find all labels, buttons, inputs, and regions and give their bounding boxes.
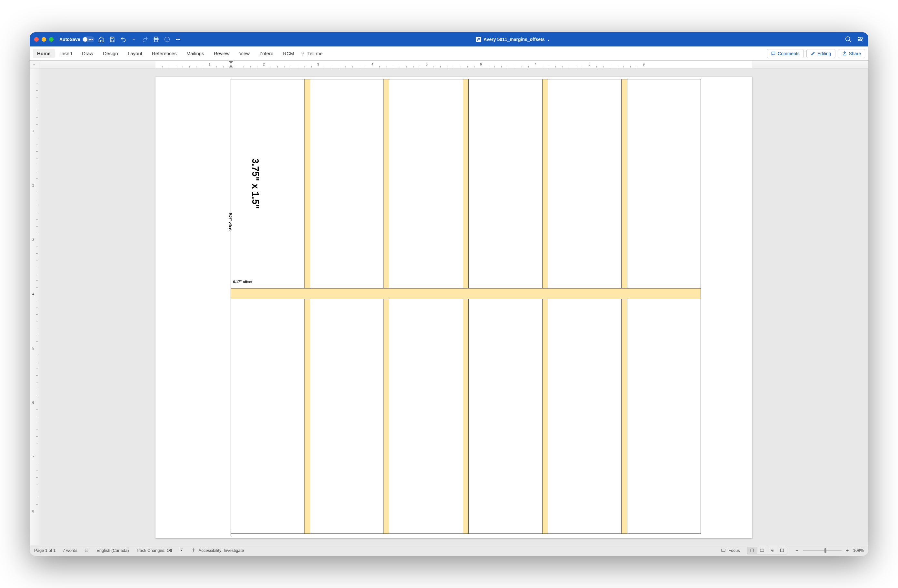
label-cell-1-6[interactable] [627,79,701,288]
comments-label: Comments [778,51,800,56]
tab-references[interactable]: References [148,49,181,58]
label-cell-2-3[interactable] [389,299,463,533]
tell-me-search[interactable]: Tell me [300,51,323,56]
label-cell-2-6[interactable] [627,299,701,533]
svg-rect-11 [85,549,88,552]
label-cell-1-1[interactable]: 3.75" x 1.5" 0.07" offset 0.17" offset [231,79,304,288]
svg-point-7 [858,37,860,39]
status-words[interactable]: 7 words [63,548,78,553]
search-icon[interactable] [844,35,852,43]
zoom-in-button[interactable]: + [845,548,850,554]
ribbon-tab-list: Home Insert Draw Design Layout Reference… [33,49,298,58]
column-gap-3 [463,79,469,288]
svg-point-4 [177,39,178,40]
zoom-slider[interactable] [803,550,841,551]
maximize-window-button[interactable] [49,37,54,42]
tab-insert[interactable]: Insert [56,49,77,58]
share-label: Share [849,51,861,56]
column-gap-5 [621,79,627,288]
label-cell-2-5[interactable] [548,299,621,533]
status-macro-icon[interactable] [179,548,184,553]
close-window-button[interactable] [34,37,39,42]
label-row-2 [231,299,701,533]
zoom-controls: − + 108% [795,548,864,554]
svg-point-9 [301,52,304,54]
more-icon[interactable] [174,36,181,43]
svg-rect-1 [154,40,158,42]
svg-point-13 [181,550,182,551]
view-web-layout[interactable] [757,547,767,554]
status-page[interactable]: Page 1 of 1 [34,548,56,553]
workspace: ⌐ 123456789 12345678 3.75" x 1.5" 0.07" … [30,61,868,545]
text-cursor [231,531,231,536]
label-cell-1-4[interactable] [469,79,542,288]
tab-review[interactable]: Review [210,49,234,58]
canvas-scroll[interactable]: 3.75" x 1.5" 0.07" offset 0.17" offset [39,68,868,545]
column-gap-4b [543,299,548,533]
editing-label: Editing [817,51,831,56]
svg-point-10 [303,55,303,55]
zoom-out-button[interactable]: − [795,548,800,554]
undo-chevron-icon[interactable]: ▾ [131,36,138,43]
label-cell-1-5[interactable] [548,79,621,288]
vertical-offset-text: 0.07" offset [229,213,232,231]
status-accessibility[interactable]: Accessibility: Investigate [191,548,244,553]
status-track-changes[interactable]: Track Changes: Off [136,548,172,553]
ruler-corner: ⌐ [30,61,39,68]
tab-rcm[interactable]: RCM [279,49,298,58]
view-draft[interactable] [777,547,787,554]
tab-layout[interactable]: Layout [123,49,146,58]
status-accessibility-text: Accessibility: Investigate [198,548,244,553]
column-gap-1b [304,299,310,533]
label-cell-1-2[interactable] [310,79,384,288]
zoom-value[interactable]: 108% [853,548,864,553]
tab-mailings[interactable]: Mailings [182,49,208,58]
zoom-thumb[interactable] [824,548,826,553]
tab-home[interactable]: Home [33,49,55,58]
focus-mode-button[interactable]: Focus [721,548,740,553]
view-outline[interactable] [767,547,777,554]
minimize-window-button[interactable] [42,37,46,42]
document-canvas: 3.75" x 1.5" 0.07" offset 0.17" offset [39,68,868,545]
tab-draw[interactable]: Draw [78,49,97,58]
share-button[interactable]: Share [838,49,865,58]
home-icon[interactable] [98,36,105,43]
save-icon[interactable] [109,36,116,43]
redo-icon[interactable] [141,36,149,43]
undo-icon[interactable] [120,36,127,43]
label-cell-2-2[interactable] [310,299,384,533]
column-gap-5b [621,299,627,533]
autosave-label: AutoSave [59,37,80,42]
autosave-switch[interactable]: OFF [82,37,94,42]
ribbon-tabs: Home Insert Draw Design Layout Reference… [30,46,868,61]
tab-zotero[interactable]: Zotero [255,49,277,58]
label-cell-2-1[interactable] [231,299,304,533]
page[interactable]: 3.75" x 1.5" 0.07" offset 0.17" offset [155,77,752,538]
column-gap-4 [543,79,548,288]
titlebar: AutoSave OFF ▾ W Avery 5011_margins_offs… [30,32,868,46]
editing-mode-button[interactable]: Editing [806,49,835,58]
label-cell-2-4[interactable] [469,299,542,533]
row-gap-1 [231,288,701,299]
status-language[interactable]: English (Canada) [97,548,129,553]
svg-rect-17 [760,549,764,551]
vertical-ruler[interactable]: 12345678 [30,68,39,545]
autosave-toggle[interactable]: AutoSave OFF [59,37,94,42]
column-gap-2 [384,79,389,288]
chevron-down-icon[interactable]: ⌄ [547,37,550,42]
status-spellcheck-icon[interactable] [85,548,89,553]
tab-design[interactable]: Design [99,49,122,58]
svg-point-5 [179,39,180,40]
copilot-icon[interactable] [857,35,864,43]
label-cell-1-3[interactable] [389,79,463,288]
svg-point-3 [176,39,177,40]
view-print-layout[interactable] [747,547,757,554]
print-icon[interactable] [152,36,160,43]
comments-button[interactable]: Comments [767,49,804,58]
horizontal-ruler[interactable]: 123456789 [39,61,868,68]
app-window: AutoSave OFF ▾ W Avery 5011_margins_offs… [30,32,868,556]
document-title[interactable]: W Avery 5011_margins_offsets ⌄ [185,37,841,42]
touch-mode-icon[interactable] [163,36,171,43]
column-gap-1 [304,79,310,288]
tab-view[interactable]: View [235,49,254,58]
